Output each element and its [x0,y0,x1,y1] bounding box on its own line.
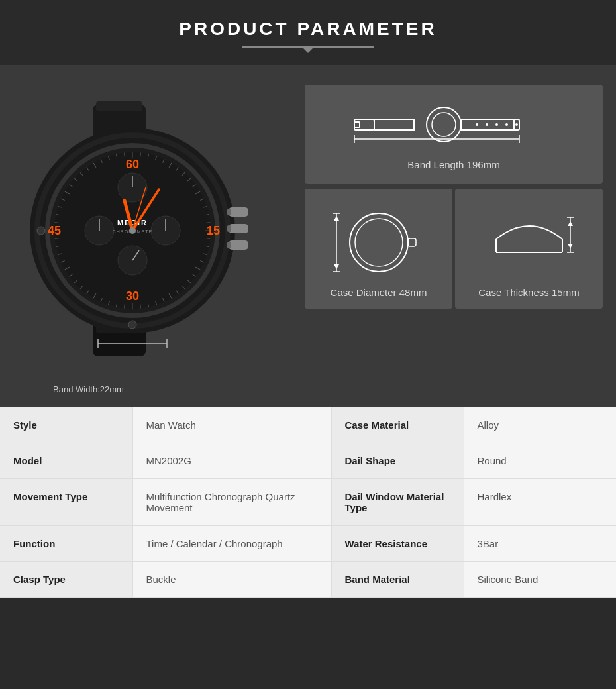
param-label: Style [0,407,132,443]
param-label: Movement Type [0,479,132,526]
param-table: Style Man Watch Case Material Alloy Mode… [0,407,616,598]
svg-text:45: 45 [48,224,61,237]
svg-marker-121 [334,264,339,269]
svg-rect-92 [229,240,248,250]
param-value: Buckle [132,562,331,598]
svg-rect-89 [227,209,231,215]
svg-text:30: 30 [126,290,139,303]
svg-point-107 [495,123,498,126]
svg-line-26 [206,238,210,239]
svg-line-54 [55,238,59,239]
param-value: Man Watch [132,407,331,443]
table-row: Model MN2002G Dail Shape Round [0,443,616,479]
param-label: Model [0,443,132,479]
svg-marker-129 [568,244,573,248]
svg-line-11 [140,153,141,157]
svg-rect-93 [227,242,231,248]
case-diameter-label: Case Diameter 48mm [315,287,442,298]
svg-point-103 [432,113,456,136]
svg-text:60: 60 [126,158,139,171]
svg-line-39 [140,304,141,308]
param-value: Round [464,443,616,479]
param-label: Dail Window Material Type [331,479,464,526]
param-label: Band Material [331,562,464,598]
param-value: Multifunction Chronograph Quartz Movemen… [132,479,331,526]
param-label: Case Material [331,407,464,443]
svg-rect-90 [229,224,248,233]
svg-point-114 [350,213,408,272]
svg-point-94 [37,227,45,235]
svg-rect-99 [354,119,374,130]
table-row: Clasp Type Buckle Band Material Silicone… [0,562,616,598]
param-value: 3Bar [464,526,616,562]
case-thickness-card: Case Thickness 15mm [455,189,603,309]
param-label: Function [0,526,132,562]
spec-cards-row: Case Diameter 48mm [305,189,603,309]
header-divider [242,46,374,53]
svg-line-41 [125,304,125,308]
case-diameter-card: Case Diameter 48mm [305,189,452,309]
svg-rect-101 [374,119,414,130]
svg-rect-91 [227,225,231,232]
svg-point-106 [486,123,488,126]
specs-area: Band Length 196mm [305,85,603,309]
param-label: Dail Shape [331,443,464,479]
svg-line-24 [206,223,210,223]
param-value: Silicone Band [464,562,616,598]
table-row: Function Time / Calendar / Chronograph W… [0,526,616,562]
band-length-card: Band Length 196mm [305,85,603,184]
page-title: PRODUCT PARAMETER [13,19,603,40]
svg-marker-120 [334,216,339,221]
param-value: Alloy [464,407,616,443]
svg-line-69 [125,153,125,157]
table-row: Movement Type Multifunction Chronograph … [0,479,616,526]
svg-rect-100 [354,122,360,127]
param-value: Time / Calendar / Chronograph [132,526,331,562]
table-section: Style Man Watch Case Material Alloy Mode… [0,407,616,598]
param-label: Clasp Type [0,562,132,598]
svg-rect-88 [229,207,248,217]
svg-marker-128 [568,221,573,226]
band-length-label: Band Length 196mm [318,159,590,170]
param-value: MN2002G [132,443,331,479]
watch-illustration: 60 15 30 45 MEGIR CHRONOMETE [13,85,265,376]
svg-text:15: 15 [207,224,220,237]
param-value: Hardlex [464,479,616,526]
svg-line-56 [55,223,59,223]
svg-point-109 [515,123,518,126]
svg-point-108 [505,123,508,126]
main-section: 60 15 30 45 MEGIR CHRONOMETE [0,65,616,407]
svg-point-105 [476,123,478,126]
svg-point-115 [355,219,403,266]
page-header: PRODUCT PARAMETER [0,0,616,65]
svg-rect-1 [96,101,142,111]
svg-point-87 [129,227,136,234]
case-thickness-label: Case Thickness 15mm [466,287,592,298]
param-label: Water Resistance [331,526,464,562]
svg-rect-116 [408,238,416,246]
watch-area: 60 15 30 45 MEGIR CHRONOMETE [13,85,291,394]
band-width-label: Band Width:22mm [53,384,291,394]
svg-point-95 [128,321,136,329]
table-row: Style Man Watch Case Material Alloy [0,407,616,443]
